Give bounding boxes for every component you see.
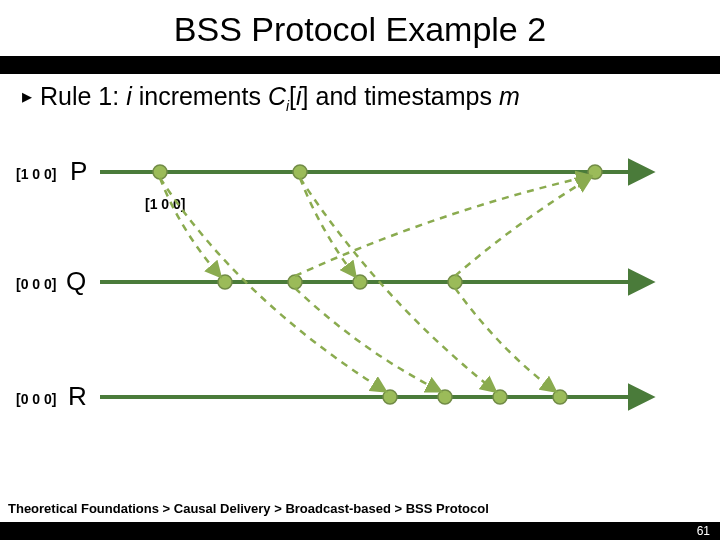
footer-bar: 61 (0, 522, 720, 540)
rule-close: ] and timestamps (302, 82, 499, 110)
msg-Q2-R2 (295, 288, 440, 391)
event-P1 (153, 165, 167, 179)
timeline-diagram: [1 0 0] [0 0 0] [0 0 0] P Q R [1 0 0] (0, 150, 720, 460)
event-P3 (588, 165, 602, 179)
rule-text: ▸Rule 1: i increments Ci[i] and timestam… (22, 82, 520, 114)
rule-prefix: Rule 1: (40, 82, 126, 110)
title-underline-bar (0, 56, 720, 74)
rule-m: m (499, 82, 520, 110)
bullet-icon: ▸ (22, 85, 32, 107)
event-Q2 (288, 275, 302, 289)
msg-Q4-R4 (455, 288, 555, 391)
msg-Q2-P3 (295, 176, 590, 276)
msg-P1-R1 (160, 178, 385, 391)
rule-C: C (268, 82, 286, 110)
event-R3 (493, 390, 507, 404)
page-number: 61 (697, 524, 710, 538)
msg-P2-Q3 (300, 178, 355, 276)
event-R1 (383, 390, 397, 404)
event-Q3 (353, 275, 367, 289)
slide-title: BSS Protocol Example 2 (0, 10, 720, 49)
breadcrumb: Theoretical Foundations > Causal Deliver… (8, 501, 489, 516)
timeline-svg (0, 150, 720, 460)
rule-mid: increments (132, 82, 268, 110)
event-R4 (553, 390, 567, 404)
event-Q1 (218, 275, 232, 289)
event-P2 (293, 165, 307, 179)
slide: BSS Protocol Example 2 ▸Rule 1: i increm… (0, 0, 720, 540)
event-Q4 (448, 275, 462, 289)
msg-Q4-P3 (455, 178, 590, 276)
rule-bracket: [ (289, 82, 296, 110)
event-R2 (438, 390, 452, 404)
